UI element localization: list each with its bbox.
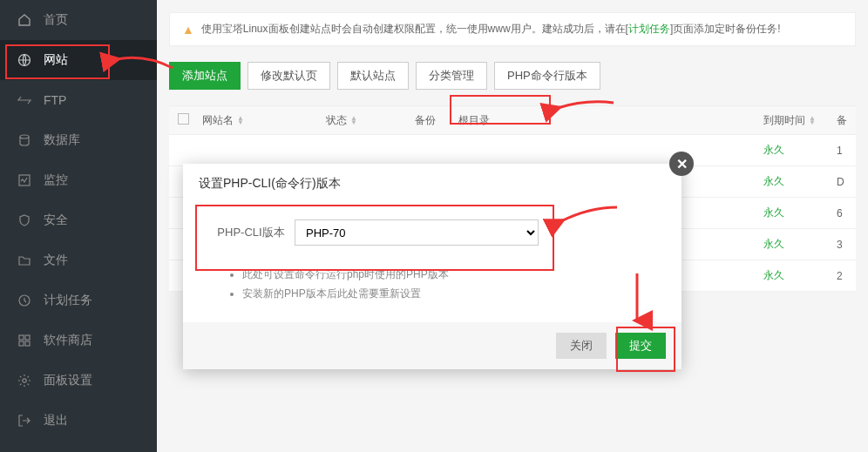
sidebar-item-home[interactable]: 首页: [0, 0, 157, 40]
sidebar-item-monitor[interactable]: 监控: [0, 160, 157, 200]
sort-icon: ▲▼: [350, 116, 357, 125]
sidebar-item-appstore[interactable]: 软件商店: [0, 320, 157, 361]
header-name[interactable]: 网站名▲▼: [202, 113, 326, 128]
warning-icon: ▲: [182, 23, 194, 37]
svg-rect-5: [25, 335, 30, 340]
svg-point-8: [23, 379, 26, 382]
sidebar-item-label: 首页: [44, 12, 68, 28]
apps-icon: [17, 334, 31, 347]
sidebar-item-website[interactable]: 网站: [0, 40, 157, 80]
tip-item: 此处可设置命令行运行php时使用的PHP版本: [242, 265, 666, 284]
shield-icon: [17, 213, 31, 227]
cancel-button[interactable]: 关闭: [556, 333, 607, 359]
svg-point-1: [20, 135, 29, 138]
sidebar-item-label: 文件: [44, 253, 68, 268]
expire-cell[interactable]: 永久: [763, 206, 837, 220]
expire-cell[interactable]: 永久: [763, 143, 837, 158]
close-icon[interactable]: ✕: [669, 152, 694, 176]
svg-rect-4: [19, 335, 24, 340]
globe-icon: [17, 53, 31, 67]
sidebar-item-label: 监控: [44, 172, 68, 188]
sidebar-item-label: 面板设置: [44, 373, 92, 388]
modal-footer: 关闭 提交: [183, 322, 682, 369]
alert-link[interactable]: 计划任务: [628, 23, 670, 35]
sort-icon: ▲▼: [809, 116, 816, 125]
header-status[interactable]: 状态▲▼: [326, 113, 415, 128]
sidebar-item-ftp[interactable]: FTP: [0, 80, 157, 120]
expire-cell[interactable]: 永久: [763, 237, 837, 252]
sidebar-item-label: 退出: [44, 413, 68, 428]
toolbar: 添加站点 修改默认页 默认站点 分类管理 PHP命令行版本: [169, 62, 856, 90]
modal-title: 设置PHP-CLI(命令行)版本: [183, 164, 682, 204]
form-row: PHP-CLI版本 PHP-70: [199, 207, 666, 258]
svg-rect-7: [25, 341, 30, 346]
sidebar-item-label: 计划任务: [44, 293, 92, 308]
expire-cell[interactable]: 永久: [763, 174, 837, 189]
sidebar: 首页 网站 FTP 数据库 监控 安全 文件 计划任务 软件商店 面板设置 退出: [0, 0, 157, 452]
sidebar-item-logout[interactable]: 退出: [0, 401, 157, 441]
php-cli-button[interactable]: PHP命令行版本: [494, 62, 600, 90]
alert-text: 使用宝塔Linux面板创建站点时会自动创建权限配置，统一使用www用户。建站成功…: [201, 22, 781, 37]
header-backup: 备份: [415, 113, 458, 128]
sidebar-item-label: 安全: [44, 213, 68, 228]
clock-icon: [17, 293, 31, 307]
expire-cell[interactable]: 永久: [763, 268, 837, 283]
category-button[interactable]: 分类管理: [416, 62, 487, 90]
php-cli-modal: ✕ 设置PHP-CLI(命令行)版本 PHP-CLI版本 PHP-70 此处可设…: [183, 164, 682, 369]
header-root: 根目录: [458, 113, 763, 128]
form-label: PHP-CLI版本: [207, 225, 295, 240]
sidebar-item-settings[interactable]: 面板设置: [0, 361, 157, 401]
folder-icon: [17, 253, 31, 267]
ftp-icon: [17, 93, 31, 107]
default-site-button[interactable]: 默认站点: [337, 62, 409, 90]
tip-item: 安装新的PHP版本后此处需要重新设置: [242, 284, 666, 303]
sidebar-item-label: 网站: [44, 52, 68, 68]
header-expire[interactable]: 到期时间▲▼: [763, 113, 837, 128]
svg-rect-2: [19, 175, 30, 186]
svg-rect-6: [19, 341, 24, 346]
table-row[interactable]: 永久1: [169, 135, 856, 166]
alert-bar: ▲ 使用宝塔Linux面板创建站点时会自动创建权限配置，统一使用www用户。建站…: [169, 12, 856, 46]
tips-list: 此处可设置命令行运行php时使用的PHP版本 安装新的PHP版本后此处需要重新设…: [199, 258, 666, 315]
gear-icon: [17, 374, 31, 388]
sidebar-item-label: 软件商店: [44, 333, 92, 348]
sidebar-item-files[interactable]: 文件: [0, 240, 157, 280]
select-all-checkbox[interactable]: [178, 113, 202, 127]
sort-icon: ▲▼: [237, 116, 244, 125]
sidebar-item-label: FTP: [44, 93, 66, 107]
submit-button[interactable]: 提交: [615, 333, 666, 359]
table-header: 网站名▲▼ 状态▲▼ 备份 根目录 到期时间▲▼ 备: [169, 105, 856, 135]
php-version-select[interactable]: PHP-70: [295, 219, 539, 246]
database-icon: [17, 133, 31, 147]
home-icon: [17, 13, 31, 27]
sidebar-item-database[interactable]: 数据库: [0, 120, 157, 160]
monitor-icon: [17, 173, 31, 187]
sidebar-item-cron[interactable]: 计划任务: [0, 280, 157, 320]
sidebar-item-label: 数据库: [44, 132, 80, 148]
edit-default-button[interactable]: 修改默认页: [248, 62, 330, 90]
sidebar-item-security[interactable]: 安全: [0, 200, 157, 240]
header-last: 备: [837, 113, 856, 128]
add-site-button[interactable]: 添加站点: [169, 62, 241, 90]
exit-icon: [17, 414, 31, 428]
